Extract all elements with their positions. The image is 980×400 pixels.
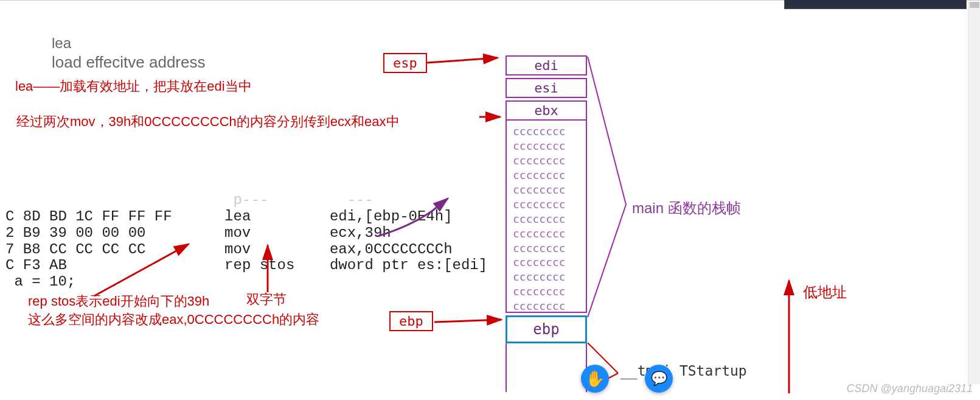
- chat-icon: 💬: [651, 371, 667, 387]
- annotation-double-byte: 双字节: [246, 290, 287, 309]
- pointer-label-ebp: ebp: [389, 311, 433, 331]
- text-lea: lea: [52, 35, 71, 52]
- chat-button[interactable]: 💬: [645, 365, 673, 393]
- stack-column: edi esi ebx cccccccc cccccccc cccccccc c…: [506, 55, 587, 392]
- text-lea-full: load effecitve address: [52, 53, 205, 72]
- disassembly-code: p--- --- C 8D BD 1C FF FF FF lea edi,[eb…: [5, 176, 487, 290]
- arrow-low-address: [780, 275, 798, 396]
- annotation-lea-cn: lea——加载有效地址，把其放在edi当中: [15, 77, 252, 96]
- vertical-scrollbar[interactable]: [968, 2, 980, 384]
- stack-cc-block: cccccccc cccccccc cccccccc cccccccc cccc…: [506, 121, 587, 313]
- stack-cell-ebp: ebp: [506, 315, 587, 343]
- arrow-ebp: [433, 306, 506, 331]
- svg-line-4: [434, 320, 501, 322]
- svg-line-2: [427, 58, 498, 63]
- hand-icon: ✋: [585, 370, 605, 388]
- label-low-address: 低地址: [803, 282, 847, 302]
- stack-cell-edi: edi: [506, 55, 587, 75]
- brace-main-frame: [586, 55, 635, 320]
- scrollbar-thumb[interactable]: [970, 2, 979, 8]
- pointer-label-esp: esp: [383, 53, 427, 73]
- arrow-mid: [478, 108, 505, 126]
- annotation-mov-cn: 经过两次mov，39h和0CCCCCCCCh的内容分别传到ecx和eax中: [16, 113, 400, 131]
- video-thumbnail: [784, 0, 967, 9]
- watermark: CSDN @yanghuagai2311: [847, 382, 973, 395]
- hand-tool-button[interactable]: ✋: [581, 365, 609, 393]
- label-main-frame: main 函数的栈帧: [632, 198, 741, 218]
- stack-cell-esi: esi: [506, 78, 587, 98]
- diagram-canvas: lea load effecitve address lea——加载有效地址，把…: [0, 0, 980, 400]
- stack-cell-ebx: ebx: [506, 100, 587, 121]
- stack-below-ebp: [506, 343, 587, 392]
- label-tmain: __tmai TStartup: [620, 363, 747, 379]
- arrow-esp: [426, 47, 505, 71]
